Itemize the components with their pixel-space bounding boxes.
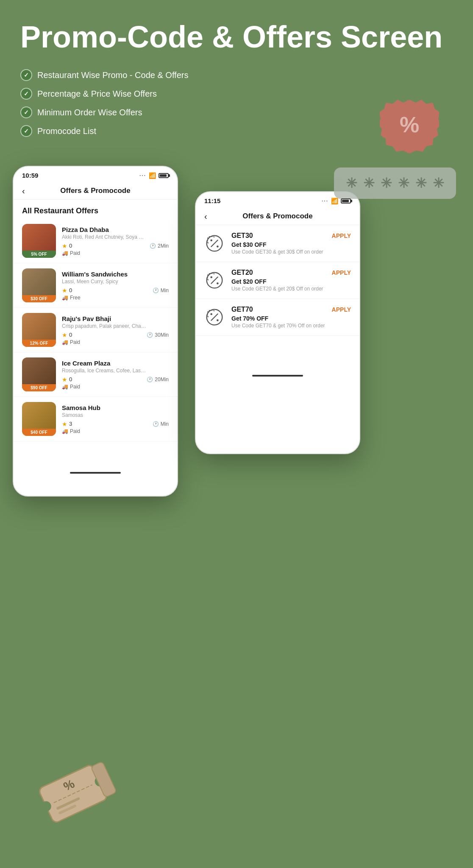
time-value-2: Min xyxy=(161,287,169,293)
back-button-1[interactable]: ‹ xyxy=(22,186,25,196)
promo-header-3: GET70 APPLY xyxy=(231,306,351,313)
ticket-decoration: % xyxy=(19,734,133,848)
offer-badge-3: 12% OFF xyxy=(22,340,56,347)
restaurant-name-5: Samosa Hub xyxy=(62,404,169,411)
delivery-info-3: 🚚 Paid xyxy=(62,339,169,345)
star-icon-1: ★ xyxy=(62,243,67,249)
promo-item-1[interactable]: GET30 APPLY Get $30 OFF Use Code GET30 &… xyxy=(196,225,359,262)
restaurant-item-5[interactable]: $40 OFF Samosa Hub Samosas ★ 3 🕐 xyxy=(14,397,177,441)
offer-badge-5: $40 OFF xyxy=(22,429,56,436)
dots-icon-1: ··· xyxy=(139,173,146,179)
restaurant-info-3: Raju's Pav Bhaji Crisp papadum, Palak pa… xyxy=(62,315,169,345)
restaurant-meta-4: ★ 0 🕐 20Min xyxy=(62,376,169,383)
restaurant-tags-4: Rosogulla, Ice Creams, Cofee, Lassi, Coc… xyxy=(62,368,147,374)
svg-point-8 xyxy=(217,282,219,285)
promo-details-3: GET70 APPLY Get 70% OFF Use Code GET70 &… xyxy=(231,306,351,329)
promo-header-1: GET30 APPLY xyxy=(231,232,351,240)
feature-label-1: Restaurant Wise Promo - Code & Offers xyxy=(37,70,188,80)
rating-value-3: 0 xyxy=(69,332,72,338)
restaurant-info-2: William's Sandwiches Lassi, Meen Curry, … xyxy=(62,271,169,301)
promo-item-3[interactable]: GET70 APPLY Get 70% OFF Use Code GET70 &… xyxy=(196,299,359,336)
restaurant-tags-3: Crisp papadum, Palak paneer, Chana mas..… xyxy=(62,323,147,329)
promo-discount-1: Get $30 OFF xyxy=(231,241,351,248)
promo-discount-3: Get 70% OFF xyxy=(231,315,351,322)
rating-5: ★ 3 xyxy=(62,421,72,427)
restaurant-name-2: William's Sandwiches xyxy=(62,271,169,278)
restaurant-meta-1: ★ 0 🕐 2Min xyxy=(62,243,169,249)
promo-list: GET30 APPLY Get $30 OFF Use Code GET30 &… xyxy=(196,225,359,336)
star-icon-3: ★ xyxy=(62,332,67,338)
rating-value-1: 0 xyxy=(69,243,72,249)
restaurant-img-wrapper-1: 5% OFF xyxy=(22,224,56,258)
wifi-icon-1: 📶 xyxy=(149,172,156,179)
nav-bar-2: ‹ Offers & Promocode xyxy=(196,208,359,225)
rating-4: ★ 0 xyxy=(62,376,72,383)
home-bar-1 xyxy=(70,472,121,474)
restaurant-img-wrapper-2: $30 OFF xyxy=(22,268,56,302)
svg-text:%: % xyxy=(400,112,419,137)
promo-code-decoration: ✳ ✳ ✳ ✳ ✳ ✳ xyxy=(334,167,456,199)
promo-details-1: GET30 APPLY Get $30 OFF Use Code GET30 &… xyxy=(231,232,351,255)
status-time-2: 11:15 xyxy=(204,197,220,204)
check-icon-3 xyxy=(20,106,32,118)
restaurant-img-wrapper-3: 12% OFF xyxy=(22,313,56,347)
star-icon-4: ★ xyxy=(62,376,67,383)
rating-3: ★ 0 xyxy=(62,332,72,338)
badge-icon: % xyxy=(380,98,439,157)
feature-label-3: Minimum Order Wise Offers xyxy=(37,108,142,117)
time-1: 🕐 2Min xyxy=(150,243,169,249)
home-indicator-1 xyxy=(14,467,177,477)
restaurant-img-wrapper-4: $90 OFF xyxy=(22,357,56,391)
promo-coupon-icon-2 xyxy=(205,271,224,290)
promo-code-name-2: GET20 xyxy=(231,269,253,276)
restaurant-item-2[interactable]: $30 OFF William's Sandwiches Lassi, Meen… xyxy=(14,263,177,308)
phone-mockup-restaurant-list: 10:59 ··· 📶 ‹ Offers & Promocode All Res… xyxy=(13,166,178,497)
nav-title-1: Offers & Promocode xyxy=(60,187,130,195)
offer-badge-1: 5% OFF xyxy=(22,251,56,258)
delivery-info-5: 🚚 Paid xyxy=(62,428,169,434)
restaurant-item-4[interactable]: $90 OFF Ice Cream Plaza Rosogulla, Ice C… xyxy=(14,352,177,397)
apply-button-1[interactable]: APPLY xyxy=(332,232,351,239)
promo-code-name-1: GET30 xyxy=(231,232,253,240)
rating-value-4: 0 xyxy=(69,376,72,382)
promo-item-2[interactable]: GET20 APPLY Get $20 OFF Use Code GET20 &… xyxy=(196,262,359,299)
clock-icon-1: 🕐 xyxy=(150,243,156,249)
restaurant-item-1[interactable]: 5% OFF Pizza Da Dhaba Akki Roti, Red Ant… xyxy=(14,219,177,263)
hero-title: Promo-Code & Offers Screen xyxy=(20,20,453,54)
delivery-type-1: Paid xyxy=(70,250,80,256)
phones-container: 10:59 ··· 📶 ‹ Offers & Promocode All Res… xyxy=(0,166,473,497)
svg-point-7 xyxy=(210,276,212,279)
restaurant-name-4: Ice Cream Plaza xyxy=(62,360,169,367)
star-icon-5: ★ xyxy=(62,421,67,427)
promo-coupon-icon-1 xyxy=(205,234,224,253)
restaurant-meta-2: ★ 0 🕐 Min xyxy=(62,287,169,294)
delivery-info-2: 🚚 Free xyxy=(62,295,169,301)
time-value-4: 20Min xyxy=(155,377,169,382)
back-button-2[interactable]: ‹ xyxy=(204,212,207,221)
clock-icon-4: 🕐 xyxy=(147,377,153,382)
promo-icon-wrapper-2 xyxy=(204,270,225,290)
promo-coupon-icon-3 xyxy=(205,308,224,327)
svg-point-4 xyxy=(217,246,219,248)
offer-badge-4: $90 OFF xyxy=(22,384,56,391)
restaurant-img-wrapper-5: $40 OFF xyxy=(22,402,56,436)
restaurant-item-3[interactable]: 12% OFF Raju's Pav Bhaji Crisp papadum, … xyxy=(14,308,177,352)
time-value-5: Min xyxy=(161,421,169,427)
delivery-icon-5: 🚚 xyxy=(62,428,68,434)
delivery-icon-3: 🚚 xyxy=(62,339,68,345)
promo-description-3: Use Code GET70 & get 70% Off on order xyxy=(231,323,351,329)
restaurant-info-1: Pizza Da Dhaba Akki Roti, Red Ant Chutne… xyxy=(62,226,169,256)
restaurant-tags-1: Akki Roti, Red Ant Chutney, Soya Dosa, L… xyxy=(62,234,147,240)
clock-icon-3: 🕐 xyxy=(147,332,153,338)
apply-button-2[interactable]: APPLY xyxy=(332,269,351,276)
delivery-type-3: Paid xyxy=(70,339,80,345)
discount-badge-decoration: % xyxy=(380,98,439,159)
check-icon-1 xyxy=(20,69,32,81)
time-2: 🕐 Min xyxy=(153,287,169,293)
check-icon-2 xyxy=(20,88,32,100)
star-icon-2: ★ xyxy=(62,287,67,294)
apply-button-3[interactable]: APPLY xyxy=(332,306,351,313)
rating-2: ★ 0 xyxy=(62,287,72,294)
time-value-3: 30Min xyxy=(155,332,169,338)
offer-badge-2: $30 OFF xyxy=(22,295,56,302)
